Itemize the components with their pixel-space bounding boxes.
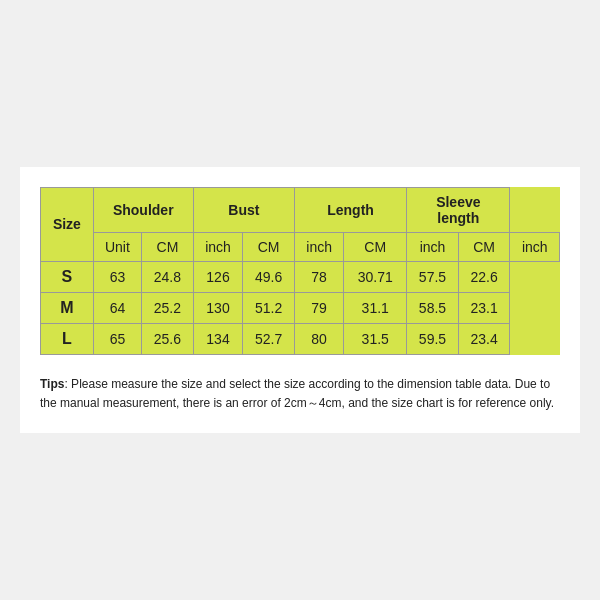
header-shoulder-cm: CM bbox=[142, 232, 194, 261]
header-bust-cm: CM bbox=[243, 232, 295, 261]
header-bust-inch: inch bbox=[294, 232, 343, 261]
bust-cm-l: 134 bbox=[193, 323, 242, 354]
tips-text: : Please measure the size and select the… bbox=[40, 377, 554, 410]
size-m: M bbox=[41, 292, 94, 323]
length-inch-m: 31.1 bbox=[344, 292, 407, 323]
table-row: L 65 25.6 134 52.7 80 31.5 59.5 23.4 bbox=[41, 323, 560, 354]
header-length: Length bbox=[294, 187, 406, 232]
length-cm-l: 80 bbox=[294, 323, 343, 354]
size-l: L bbox=[41, 323, 94, 354]
sleeve-inch-l: 23.4 bbox=[458, 323, 510, 354]
header-size: Size bbox=[41, 187, 94, 261]
header-length-cm: CM bbox=[344, 232, 407, 261]
bust-inch-l: 52.7 bbox=[243, 323, 295, 354]
bust-inch-s: 49.6 bbox=[243, 261, 295, 292]
length-inch-s: 30.71 bbox=[344, 261, 407, 292]
table-row: S 63 24.8 126 49.6 78 30.71 57.5 22.6 bbox=[41, 261, 560, 292]
shoulder-cm-l: 65 bbox=[93, 323, 141, 354]
table-row: M 64 25.2 130 51.2 79 31.1 58.5 23.1 bbox=[41, 292, 560, 323]
header-unit: Unit bbox=[93, 232, 141, 261]
bust-cm-s: 126 bbox=[193, 261, 242, 292]
sleeve-inch-m: 23.1 bbox=[458, 292, 510, 323]
bust-cm-m: 130 bbox=[193, 292, 242, 323]
shoulder-inch-m: 25.2 bbox=[142, 292, 194, 323]
header-sleeve: Sleeve length bbox=[407, 187, 510, 232]
tips-section: Tips: Please measure the size and select… bbox=[40, 375, 560, 413]
sleeve-cm-l: 59.5 bbox=[407, 323, 459, 354]
header-sleeve-inch: inch bbox=[510, 232, 560, 261]
header-row-1: Size Shoulder Bust Length Sleeve length bbox=[41, 187, 560, 232]
length-cm-m: 79 bbox=[294, 292, 343, 323]
sleeve-inch-s: 22.6 bbox=[458, 261, 510, 292]
header-shoulder-inch: inch bbox=[193, 232, 242, 261]
size-s: S bbox=[41, 261, 94, 292]
shoulder-inch-s: 24.8 bbox=[142, 261, 194, 292]
tips-label: Tips bbox=[40, 377, 64, 391]
length-inch-l: 31.5 bbox=[344, 323, 407, 354]
shoulder-inch-l: 25.6 bbox=[142, 323, 194, 354]
sleeve-cm-m: 58.5 bbox=[407, 292, 459, 323]
size-table: Size Shoulder Bust Length Sleeve length … bbox=[40, 187, 560, 355]
header-row-2: Unit CM inch CM inch CM inch CM inch bbox=[41, 232, 560, 261]
shoulder-cm-s: 63 bbox=[93, 261, 141, 292]
header-bust: Bust bbox=[193, 187, 294, 232]
bust-inch-m: 51.2 bbox=[243, 292, 295, 323]
shoulder-cm-m: 64 bbox=[93, 292, 141, 323]
length-cm-s: 78 bbox=[294, 261, 343, 292]
header-sleeve-cm: CM bbox=[458, 232, 510, 261]
sleeve-cm-s: 57.5 bbox=[407, 261, 459, 292]
main-container: Size Shoulder Bust Length Sleeve length … bbox=[20, 167, 580, 433]
header-shoulder: Shoulder bbox=[93, 187, 193, 232]
header-length-inch: inch bbox=[407, 232, 459, 261]
